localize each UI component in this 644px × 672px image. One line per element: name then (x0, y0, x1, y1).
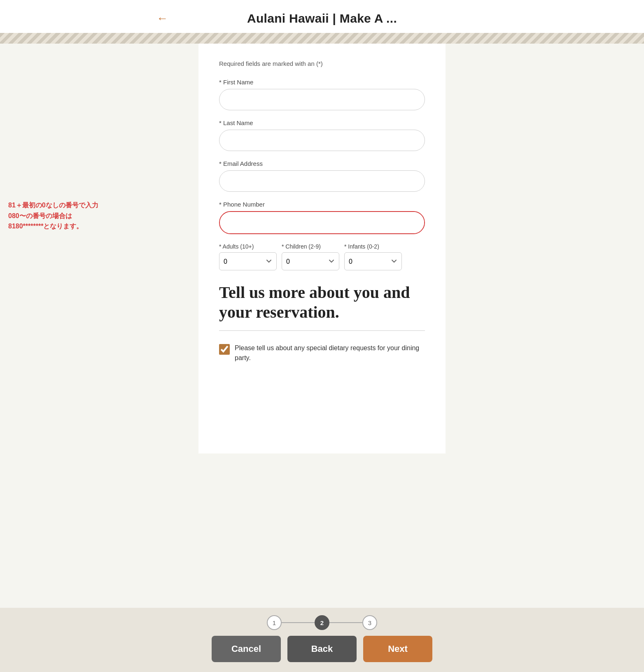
dietary-checkbox[interactable] (219, 344, 230, 355)
action-buttons: Cancel Back Next (212, 636, 432, 662)
first-name-input[interactable] (219, 89, 425, 110)
step-line-2-3 (329, 622, 362, 623)
phone-group: * Phone Number (219, 201, 425, 234)
bottom-bar: 1 2 3 Cancel Back Next (0, 608, 644, 672)
section-divider (219, 330, 425, 331)
tell-us-heading: Tell us more about you and your reservat… (219, 283, 425, 322)
children-group: * Children (2-9) 0 1 2 3 4 (282, 243, 339, 270)
email-input[interactable] (219, 170, 425, 192)
phone-label: * Phone Number (219, 201, 425, 208)
main-content: Required fields are marked with an (*) *… (198, 44, 446, 453)
page-wrapper: ← Aulani Hawaii | Make A ... 81＋最初の0なしの番… (0, 0, 644, 672)
dietary-checkbox-row: Please tell us about any special dietary… (219, 343, 425, 363)
step-1: 1 (267, 615, 282, 630)
adults-label: * Adults (10+) (219, 243, 277, 250)
dietary-checkbox-label: Please tell us about any special dietary… (235, 343, 425, 363)
infants-group: * Infants (0-2) 0 1 2 (344, 243, 402, 270)
last-name-group: * Last Name (219, 119, 425, 151)
infants-select[interactable]: 0 1 2 (344, 252, 402, 270)
adults-group: * Adults (10+) 0 1 2 3 4 5 6 7 8 (219, 243, 277, 270)
annotation-line1: 81＋最初の0なしの番号で入力 (8, 202, 98, 209)
back-arrow-icon[interactable]: ← (156, 12, 168, 25)
step-2: 2 (315, 615, 329, 630)
phone-input-wrapper (219, 211, 425, 234)
progress-steps: 1 2 3 (267, 615, 377, 630)
first-name-group: * First Name (219, 79, 425, 110)
party-size-row: * Adults (10+) 0 1 2 3 4 5 6 7 8 * Child… (219, 243, 425, 270)
infants-label: * Infants (0-2) (344, 243, 402, 250)
adults-select[interactable]: 0 1 2 3 4 5 6 7 8 (219, 252, 277, 270)
annotation-line2: 080〜の番号の場合は (8, 212, 72, 219)
children-select[interactable]: 0 1 2 3 4 (282, 252, 339, 270)
back-button[interactable]: Back (287, 636, 357, 662)
page-title: Aulani Hawaii | Make A ... (247, 12, 397, 26)
annotation-note: 81＋最初の0なしの番号で入力 080〜の番号の場合は 8180********… (0, 200, 148, 232)
first-name-label: * First Name (219, 79, 425, 86)
email-label: * Email Address (219, 160, 425, 167)
email-group: * Email Address (219, 160, 425, 192)
last-name-label: * Last Name (219, 119, 425, 126)
chevron-banner (0, 33, 644, 44)
step-3: 3 (362, 615, 377, 630)
next-button[interactable]: Next (363, 636, 432, 662)
last-name-input[interactable] (219, 130, 425, 151)
required-fields-note: Required fields are marked with an (*) (219, 60, 425, 67)
phone-input[interactable] (220, 212, 424, 233)
cancel-button[interactable]: Cancel (212, 636, 281, 662)
step-line-1-2 (282, 622, 315, 623)
annotation-line3: 8180********となります。 (8, 223, 83, 230)
children-label: * Children (2-9) (282, 243, 339, 250)
header: ← Aulani Hawaii | Make A ... (0, 0, 644, 33)
